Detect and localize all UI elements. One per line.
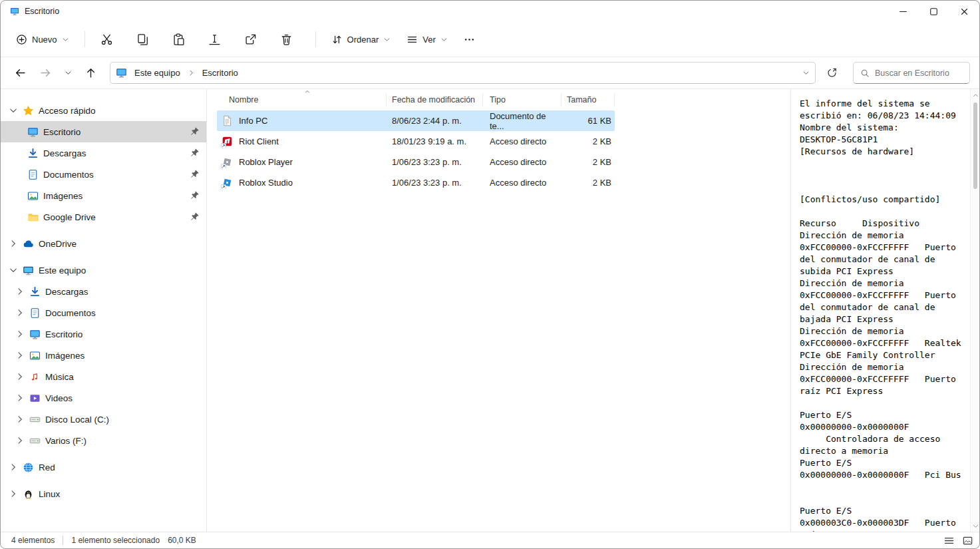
sort-ascending-icon bbox=[303, 89, 311, 95]
chevron-right-icon[interactable] bbox=[9, 462, 18, 472]
chevron-right-icon[interactable] bbox=[9, 489, 18, 498]
sidebar-item-escritorio[interactable]: Escritorio bbox=[1, 121, 206, 142]
file-date: 1/06/23 3:23 p. m. bbox=[387, 178, 483, 188]
sidebar-item-pc-musica[interactable]: Música bbox=[1, 366, 206, 387]
downloads-icon bbox=[29, 286, 41, 297]
chevron-right-icon[interactable] bbox=[15, 308, 25, 317]
sidebar-item-descargas[interactable]: Descargas bbox=[1, 142, 206, 164]
address-bar[interactable]: Este equipo Escritorio bbox=[110, 62, 816, 84]
up-button[interactable] bbox=[81, 63, 100, 83]
music-icon bbox=[29, 371, 41, 383]
view-button[interactable]: Ver bbox=[401, 29, 454, 50]
status-separator bbox=[63, 536, 63, 545]
file-row-roblox-studio[interactable]: Roblox Studio 1/06/23 3:23 p. m. Acceso … bbox=[217, 172, 615, 193]
sidebar-section-this-pc[interactable]: Este equipo bbox=[1, 260, 206, 281]
pin-icon bbox=[190, 190, 200, 200]
shortcut-arrow-icon bbox=[221, 143, 226, 148]
rename-button[interactable] bbox=[202, 29, 228, 51]
chevron-right-icon[interactable] bbox=[15, 372, 25, 381]
chevron-right-icon[interactable] bbox=[15, 393, 25, 403]
file-type: Acceso directo bbox=[483, 136, 562, 146]
chevron-right-icon[interactable] bbox=[15, 329, 25, 339]
column-header-date[interactable]: Fecha de modificación bbox=[387, 93, 483, 106]
breadcrumb-current[interactable]: Escritorio bbox=[198, 65, 243, 81]
sidebar-item-pc-videos[interactable]: Videos bbox=[1, 387, 206, 409]
file-date: 1/06/23 3:23 p. m. bbox=[387, 157, 483, 167]
chevron-right-icon[interactable] bbox=[15, 287, 25, 296]
breadcrumb-this-pc[interactable]: Este equipo bbox=[130, 65, 185, 81]
address-dropdown-icon[interactable] bbox=[802, 69, 810, 77]
sidebar-item-pc-escritorio[interactable]: Escritorio bbox=[1, 323, 206, 345]
navigation-bar: Este equipo Escritorio Buscar en Escrito… bbox=[1, 57, 979, 89]
riot-client-icon bbox=[222, 136, 234, 148]
file-row-info-pc[interactable]: Info PC 8/06/23 2:44 p. m. Documento de … bbox=[217, 110, 615, 131]
file-type: Documento de te... bbox=[483, 111, 562, 131]
file-name: Riot Client bbox=[239, 136, 279, 146]
sort-button[interactable]: Ordenar bbox=[325, 29, 397, 50]
new-button[interactable]: Nuevo bbox=[10, 29, 75, 50]
sidebar-item-onedrive[interactable]: OneDrive bbox=[1, 233, 206, 254]
vertical-scrollbar[interactable] bbox=[970, 89, 979, 532]
scrollbar-thumb[interactable] bbox=[973, 102, 977, 189]
file-size: 2 KB bbox=[562, 157, 615, 167]
scroll-down-icon[interactable] bbox=[971, 521, 979, 530]
sidebar-item-imagenes[interactable]: Imágenes bbox=[1, 185, 206, 206]
status-bar: 4 elementos 1 elemento seleccionado 60,0… bbox=[1, 532, 979, 548]
column-header-size[interactable]: Tamaño bbox=[562, 93, 615, 106]
chevron-right-icon[interactable] bbox=[9, 239, 18, 248]
delete-button[interactable] bbox=[274, 29, 299, 51]
item-count: 4 elementos bbox=[11, 536, 55, 545]
file-size: 61 KB bbox=[562, 116, 615, 126]
selection-count: 1 elemento seleccionado bbox=[71, 536, 160, 545]
copy-button[interactable] bbox=[130, 29, 156, 51]
chevron-right-icon[interactable] bbox=[15, 351, 25, 360]
close-button[interactable] bbox=[949, 1, 979, 22]
share-button[interactable] bbox=[238, 29, 263, 51]
sidebar-item-pc-imagenes[interactable]: Imágenes bbox=[1, 345, 206, 366]
back-button[interactable] bbox=[10, 63, 30, 83]
search-input[interactable]: Buscar en Escritorio bbox=[853, 62, 970, 84]
file-row-riot-client[interactable]: Riot Client 18/01/23 9:19 a. m. Acceso d… bbox=[217, 131, 615, 152]
paste-button[interactable] bbox=[166, 29, 192, 51]
sidebar-item-documentos[interactable]: Documentos bbox=[1, 164, 206, 185]
pin-icon bbox=[190, 169, 200, 179]
rename-icon bbox=[208, 33, 221, 46]
chevron-down-icon bbox=[440, 36, 448, 43]
refresh-button[interactable] bbox=[821, 63, 842, 83]
title-bar: Escritorio bbox=[1, 1, 979, 22]
column-header-type[interactable]: Tipo bbox=[483, 93, 562, 106]
sidebar-item-red[interactable]: Red bbox=[1, 457, 206, 478]
chevron-right-icon[interactable] bbox=[15, 415, 25, 424]
chevron-down-icon[interactable] bbox=[9, 106, 18, 115]
sidebar-item-linux[interactable]: Linux bbox=[1, 483, 206, 504]
recent-locations-button[interactable] bbox=[61, 63, 75, 83]
sort-icon bbox=[331, 34, 343, 45]
chevron-down-icon[interactable] bbox=[9, 266, 18, 275]
breadcrumb-chevron-icon[interactable] bbox=[188, 69, 195, 77]
scroll-up-icon[interactable] bbox=[971, 91, 979, 100]
chevron-right-icon[interactable] bbox=[15, 436, 25, 445]
sidebar-item-google-drive[interactable]: Google Drive bbox=[1, 206, 206, 228]
file-row-roblox-player[interactable]: Roblox Player 1/06/23 3:23 p. m. Acceso … bbox=[217, 152, 615, 172]
sidebar-item-pc-descargas[interactable]: Descargas bbox=[1, 281, 206, 302]
sidebar-item-varios-f[interactable]: Varios (F:) bbox=[1, 430, 206, 451]
drive-icon bbox=[29, 435, 41, 447]
file-date: 8/06/23 2:44 p. m. bbox=[387, 116, 483, 126]
sidebar-section-quick-access[interactable]: Acceso rápido bbox=[1, 100, 206, 121]
desktop-icon bbox=[27, 126, 39, 138]
maximize-button[interactable] bbox=[918, 1, 949, 22]
sidebar-item-pc-documentos[interactable]: Documentos bbox=[1, 302, 206, 323]
thumbnail-view-toggle[interactable] bbox=[961, 534, 974, 547]
details-view-toggle[interactable] bbox=[942, 534, 955, 547]
share-icon bbox=[244, 33, 257, 46]
forward-button[interactable] bbox=[35, 63, 55, 83]
search-placeholder: Buscar en Escritorio bbox=[875, 69, 949, 78]
view-icon bbox=[407, 34, 418, 45]
cut-button[interactable] bbox=[94, 29, 120, 51]
more-options-button[interactable] bbox=[458, 29, 481, 50]
column-header-name[interactable]: Nombre bbox=[217, 93, 387, 106]
sidebar-item-disco-local-c[interactable]: Disco Local (C:) bbox=[1, 409, 206, 430]
drive-icon bbox=[29, 414, 41, 425]
minimize-button[interactable] bbox=[888, 1, 918, 22]
text-document-icon bbox=[222, 115, 234, 127]
